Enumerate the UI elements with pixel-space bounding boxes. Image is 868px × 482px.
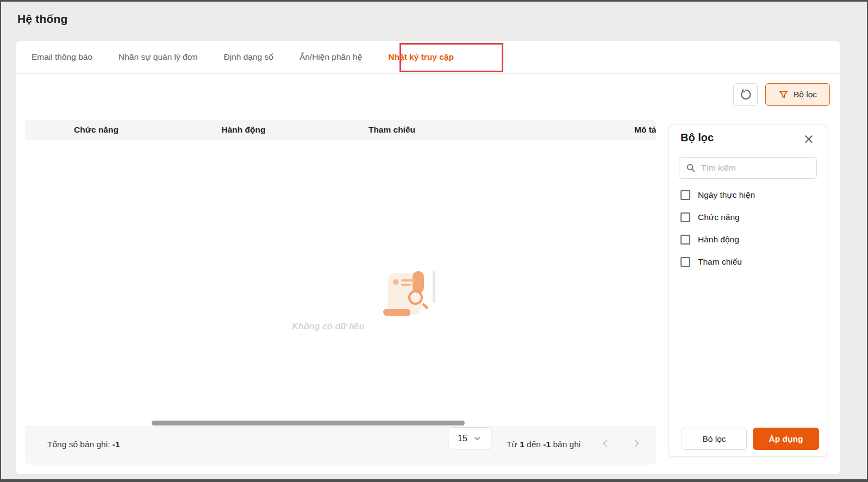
checkbox[interactable] (680, 235, 690, 245)
filter-options-list: Ngày thực hiện Chức năng Hành động Tham … (680, 190, 755, 267)
filter-option-hanh-dong[interactable]: Hành động (680, 235, 755, 245)
illustration-text-line (401, 279, 415, 281)
page-size-select[interactable]: 15 (448, 427, 491, 449)
table-footer: Tổng số bản ghi: -1 15 Từ 1 đến -1 bản g… (25, 426, 656, 465)
horizontal-scrollbar-thumb[interactable] (152, 421, 465, 425)
checkbox[interactable] (680, 212, 690, 222)
total-records-value: -1 (113, 440, 120, 449)
filter-panel-title: Bộ lọc (680, 132, 714, 144)
funnel-icon (778, 90, 789, 100)
magnifier-icon (408, 290, 423, 305)
magnifier-handle (422, 303, 429, 310)
illustration-pen-shape (433, 271, 435, 303)
empty-state-text: Không có dữ liệu (25, 321, 632, 332)
filter-option-label: Chức năng (698, 212, 740, 222)
close-icon[interactable] (802, 132, 816, 146)
filter-option-tham-chieu[interactable]: Tham chiếu (680, 257, 755, 267)
column-header-tham-chieu: Tham chiếu (369, 120, 415, 140)
previous-page-button[interactable] (595, 433, 616, 454)
illustration-dot (393, 279, 398, 285)
filter-option-chuc-nang[interactable]: Chức năng (680, 212, 755, 222)
tab-dinh-dang-so[interactable]: Định dạng số (224, 52, 273, 62)
access-log-table: Chức năng Hành động Tham chiếu Mô tả Khô… (25, 120, 656, 465)
filter-option-ngay-thuc-hien[interactable]: Ngày thực hiện (680, 190, 755, 200)
empty-state-illustration (376, 267, 441, 321)
filter-option-label: Hành động (698, 235, 739, 245)
filter-panel: Bộ lọc Ngày thực hiện Chức năng (669, 124, 827, 457)
chevron-left-icon (600, 438, 611, 449)
record-range-text: Từ 1 đến -1 bản ghi (507, 440, 580, 449)
reset-button[interactable] (733, 83, 758, 106)
illustration-scroll-tab (413, 271, 424, 293)
illustration-text-line (401, 284, 411, 286)
table-body-empty: Không có dữ liệu (25, 140, 656, 426)
page-title: Hệ thống (17, 12, 68, 26)
table-header-row: Chức năng Hành động Tham chiếu Mô tả (25, 120, 656, 140)
filter-toggle-label: Bộ lọc (794, 90, 817, 99)
checkbox[interactable] (680, 190, 690, 200)
apply-filter-button[interactable]: Áp dụng (753, 428, 819, 450)
filter-option-label: Ngày thực hiện (698, 190, 755, 200)
column-header-mo-ta: Mô tả (634, 120, 656, 140)
clear-filter-button[interactable]: Bỏ lọc (682, 428, 747, 450)
total-records-label: Tổng số bản ghi: (47, 440, 110, 449)
total-records-text: Tổng số bản ghi: -1 (47, 440, 120, 449)
tab-nhat-ky-truy-cap[interactable]: Nhật ký truy cập (388, 52, 454, 62)
system-settings-screen: Hệ thống Email thông báo Nhân sự quản lý… (0, 0, 868, 482)
column-header-hanh-dong: Hành động (222, 120, 266, 140)
filter-option-label: Tham chiếu (698, 257, 742, 267)
filter-search-box (679, 157, 817, 179)
search-icon (686, 163, 696, 173)
tab-email-thong-bao[interactable]: Email thông báo (32, 52, 92, 62)
filter-toggle-button[interactable]: Bộ lọc (765, 83, 830, 106)
next-page-button[interactable] (626, 433, 647, 454)
rotate-ccw-icon (739, 88, 752, 101)
checkbox[interactable] (680, 257, 690, 267)
column-header-chuc-nang: Chức năng (74, 120, 118, 140)
tab-nhan-su-quan-ly-don[interactable]: Nhân sự quản lý đơn (118, 52, 198, 62)
tab-bar: Email thông báo Nhân sự quản lý đơn Định… (16, 41, 840, 74)
illustration-scroll-curl (383, 309, 410, 316)
tab-an-hien-phan-he[interactable]: Ẩn/Hiện phân hệ (299, 52, 362, 62)
chevron-right-icon (631, 438, 642, 449)
chevron-down-icon (473, 434, 482, 443)
search-input[interactable] (701, 163, 810, 173)
page-size-value: 15 (458, 434, 467, 443)
